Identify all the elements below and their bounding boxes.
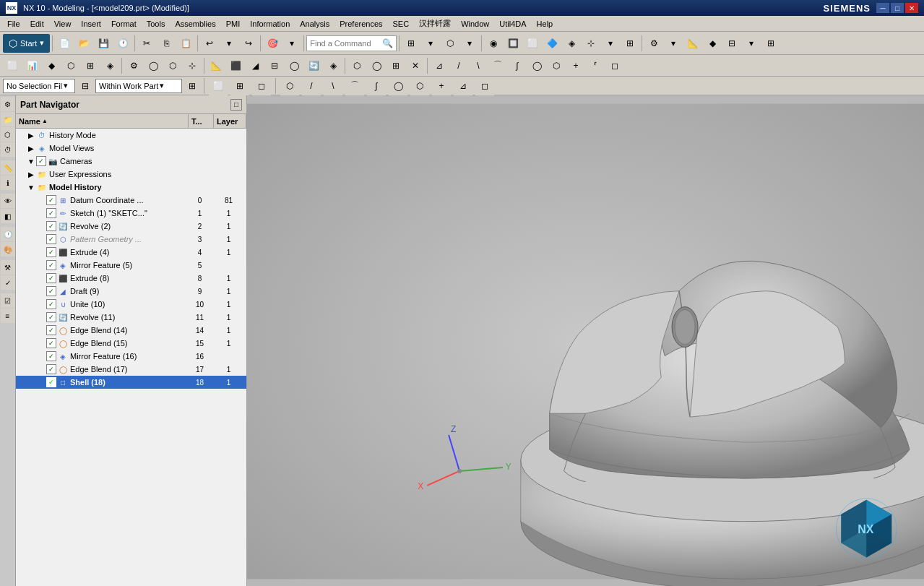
sel-btn-3[interactable]: ◻	[252, 77, 271, 95]
tree-item-cameras[interactable]: ▼ ✓ 📷 Cameras	[16, 155, 246, 168]
menu-format[interactable]: Format	[107, 18, 141, 30]
menu-view[interactable]: View	[50, 18, 76, 30]
pn-col-layer[interactable]: Layer	[214, 114, 246, 128]
tree-item-revolve2[interactable]: ✓ 🔄 Revolve (2) 2 1	[16, 220, 246, 233]
grid-view-btn[interactable]: ⊞	[402, 34, 420, 53]
tb2-26[interactable]: ∫	[508, 56, 527, 75]
tree-item-pattern[interactable]: ✓ ⬡ Pattern Geometry ... 3 1	[16, 233, 246, 246]
lt-layers[interactable]: ◧	[1, 209, 15, 223]
tree-expand-model-history[interactable]: ▼	[26, 184, 36, 191]
cam-btn[interactable]: ⊹	[582, 34, 600, 53]
snap-arrow[interactable]: ▾	[282, 34, 301, 53]
tb2-8[interactable]: ◯	[144, 56, 163, 75]
minimize-btn[interactable]: ─	[876, 3, 889, 13]
snap2-btn[interactable]: ⊞	[621, 34, 639, 53]
tree-expand-user-expr[interactable]: ▶	[26, 171, 36, 178]
sel-btn-11[interactable]: +	[432, 77, 451, 95]
tb2-4[interactable]: ⬡	[61, 56, 80, 75]
misc1-btn[interactable]: ⚙	[644, 34, 663, 53]
lt-list[interactable]: ≡	[1, 309, 15, 323]
extrude4-check[interactable]: ✓	[46, 247, 56, 257]
menu-util4da[interactable]: Util4DA	[495, 18, 530, 30]
menu-help[interactable]: Help	[532, 18, 558, 30]
tb2-27[interactable]: ◯	[527, 56, 546, 75]
sel-icon-btn[interactable]: ⊟	[78, 79, 92, 93]
save-btn[interactable]: 💾	[94, 34, 113, 53]
tree-item-edgeblend15[interactable]: ✓ ◯ Edge Blend (15) 15 1	[16, 337, 246, 350]
tb2-6[interactable]: ◈	[100, 56, 119, 75]
cut-btn[interactable]: ✂	[137, 34, 156, 53]
sel-btn-1[interactable]: ⬜	[209, 77, 228, 95]
sel-btn-5[interactable]: /	[302, 77, 321, 95]
tree-item-datum[interactable]: ✓ ⊞ Datum Coordinate ... 0 81	[16, 194, 246, 207]
tree-item-mirror5[interactable]: ✓ ◈ Mirror Feature (5) 5	[16, 259, 246, 272]
sel-btn-9[interactable]: ◯	[389, 77, 407, 95]
sel-btn-13[interactable]: ◻	[475, 77, 494, 95]
tb2-11[interactable]: 📐	[207, 56, 225, 75]
tb2-22[interactable]: ⊿	[430, 56, 449, 75]
tree-item-mirror16[interactable]: ✓ ◈ Mirror Feature (16) 16	[16, 350, 246, 363]
sel-btn-7[interactable]: ⌒	[345, 77, 364, 95]
tree-item-edgeblend17[interactable]: ✓ ◯ Edge Blend (17) 17 1	[16, 363, 246, 376]
tb2-21[interactable]: ✕	[406, 56, 425, 75]
menu-tools[interactable]: Tools	[142, 18, 170, 30]
lt-assembly[interactable]: ⬡	[1, 127, 15, 142]
tb2-25[interactable]: ⌒	[488, 56, 507, 75]
undo-arrow[interactable]: ▾	[220, 34, 238, 53]
redo-btn[interactable]: ↪	[239, 34, 258, 53]
tb2-20[interactable]: ⊞	[387, 56, 405, 75]
pattern-check[interactable]: ✓	[46, 234, 56, 244]
lt-tool1[interactable]: ⚒	[1, 260, 15, 275]
sel-btn-12[interactable]: ⊿	[454, 77, 472, 95]
lt-clock[interactable]: 🕐	[1, 227, 15, 241]
tree-item-edgeblend14[interactable]: ✓ ◯ Edge Blend (14) 14 1	[16, 324, 246, 337]
edgeblend14-check[interactable]: ✓	[46, 325, 56, 335]
tree-expand-cameras[interactable]: ▼	[26, 158, 36, 165]
lt-check[interactable]: ☑	[1, 293, 15, 308]
tb2-14[interactable]: ⊟	[265, 56, 284, 75]
edgeblend15-check[interactable]: ✓	[46, 338, 56, 348]
close-btn[interactable]: ✕	[905, 3, 918, 13]
tb2-24[interactable]: \	[469, 56, 488, 75]
unite10-check[interactable]: ✓	[46, 299, 56, 309]
tb2-1[interactable]: ⬜	[3, 56, 22, 75]
misc4-btn[interactable]: ⊟	[722, 34, 741, 53]
tree-expand-history-mode[interactable]: ▶	[26, 132, 36, 139]
pn-close-btn[interactable]: □	[230, 99, 242, 111]
menu-chinese[interactable]: 汉拌钎露	[415, 17, 455, 30]
revolve2-check[interactable]: ✓	[46, 221, 56, 231]
open-btn[interactable]: 📂	[74, 34, 93, 53]
tb2-23[interactable]: /	[449, 56, 468, 75]
selection-filter-dropdown[interactable]: No Selection Fil ▾	[3, 79, 75, 93]
lt-palette[interactable]: 🎨	[1, 242, 15, 257]
edgeblend17-check[interactable]: ✓	[46, 364, 56, 374]
undo-btn[interactable]: ↩	[200, 34, 219, 53]
revolve11-check[interactable]: ✓	[46, 312, 56, 322]
menu-assemblies[interactable]: Assemblies	[170, 18, 220, 30]
shell18-check[interactable]: ✓	[46, 377, 56, 387]
sel-btn-4[interactable]: ⬡	[280, 77, 299, 95]
menu-edit[interactable]: Edit	[26, 18, 48, 30]
datum-check[interactable]: ✓	[46, 195, 56, 205]
scope-icon-btn[interactable]: ⊞	[185, 79, 199, 93]
tree-item-sketch1[interactable]: ✓ ✏ Sketch (1) "SKETC..." 1 1	[16, 207, 246, 220]
tb2-29[interactable]: +	[566, 56, 585, 75]
scope-dropdown[interactable]: Within Work Part ▾	[95, 79, 182, 93]
tb2-9[interactable]: ⬡	[163, 56, 182, 75]
cam-arrow-btn[interactable]: ▾	[601, 34, 620, 53]
tb2-3[interactable]: ◆	[42, 56, 61, 75]
tree-item-shell18[interactable]: ✓ □ Shell (18) 18 1	[16, 376, 246, 389]
misc2-btn[interactable]: 📐	[683, 34, 702, 53]
tree-item-user-expr[interactable]: ▶ 📁 User Expressions	[16, 168, 246, 181]
copy-btn[interactable]: ⎘	[157, 34, 176, 53]
tb2-31[interactable]: ◻	[605, 56, 624, 75]
menu-information[interactable]: Information	[246, 18, 294, 30]
lt-settings[interactable]: ⚙	[1, 97, 15, 111]
start-button[interactable]: ⬡ Start ▾	[3, 34, 50, 53]
menu-pmi[interactable]: PMI	[222, 18, 245, 30]
tree-item-unite10[interactable]: ✓ ∪ Unite (10) 10 1	[16, 298, 246, 311]
draft9-check[interactable]: ✓	[46, 286, 56, 296]
tree-item-extrude4[interactable]: ✓ ⬛ Extrude (4) 4 1	[16, 246, 246, 259]
paste-btn[interactable]: 📋	[176, 34, 195, 53]
sel-btn-2[interactable]: ⊞	[230, 77, 249, 95]
